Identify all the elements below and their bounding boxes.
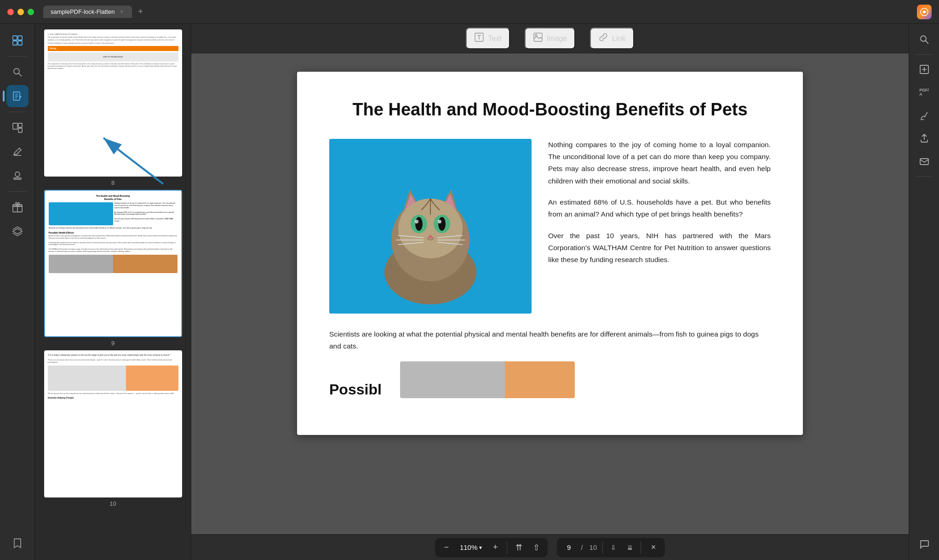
right-chat-button[interactable]	[914, 534, 934, 554]
sidebar-item-bookmark[interactable]	[6, 532, 29, 554]
svg-rect-2	[18, 36, 22, 40]
zoom-decrease-button[interactable]: −	[439, 540, 454, 555]
zoom-fit-width-button[interactable]: ⇧	[528, 540, 544, 555]
sidebar-item-thumbnails[interactable]	[6, 29, 29, 51]
right-divider-2	[916, 176, 933, 177]
link-tool-button[interactable]: Link	[590, 28, 634, 49]
zoom-separator	[507, 541, 507, 554]
thumbnail-page-10[interactable]: "If it is today's desperate solution to …	[44, 350, 182, 497]
svg-point-40	[438, 220, 441, 223]
pdf-page-content: The Health and Mood-Boosting Benefits of…	[297, 72, 803, 435]
page-navigation: / 10 ⇩ ⇊ ×	[557, 538, 665, 557]
svg-rect-13	[18, 128, 22, 132]
svg-point-5	[14, 69, 19, 74]
pdf-para1: Nothing compares to the joy of coming ho…	[548, 139, 771, 187]
thumb9-dual-cats-image	[49, 255, 177, 273]
thumb10-reindeer-image	[48, 366, 178, 391]
svg-point-49	[921, 36, 926, 41]
pdf-para3: Over the past 10 years, NIH has partnere…	[548, 230, 771, 266]
right-pdfa-button[interactable]: PDF/A	[914, 82, 934, 103]
thumb-number-8: 8	[111, 179, 115, 186]
zoom-control: − 110% ▾ + ⇈ ⇧	[435, 538, 548, 557]
page-sep-2	[641, 541, 641, 554]
page-sep	[602, 541, 603, 554]
thumb9-title: The Health and Mood-BoostingBenefits of …	[49, 194, 177, 200]
pdf-cat-image	[329, 139, 532, 314]
page-next-button[interactable]: ⇩	[606, 540, 621, 555]
zoom-fit-height-button[interactable]: ⇈	[511, 540, 527, 555]
add-tab-button[interactable]: +	[134, 6, 147, 18]
thumb-number-9: 9	[111, 340, 115, 347]
thumb10-animals-heading: Animals Helping People	[48, 396, 178, 400]
thumbnail-page-8[interactable]: 3. THE COMPOSITION OF POINTS The composi…	[44, 29, 182, 177]
image-tool-button[interactable]: Image	[525, 28, 575, 49]
thumbnail-page-9[interactable]: The Health and Mood-BoostingBenefits of …	[44, 190, 182, 337]
close-button[interactable]	[7, 9, 14, 15]
tab-bar: samplePDF-lock-Flatten × +	[43, 6, 917, 18]
sidebar-item-annotate[interactable]	[6, 141, 29, 163]
left-sidebar: Edit PDF ⌘2	[0, 24, 35, 560]
zoom-value-display[interactable]: 110% ▾	[456, 543, 486, 551]
zoom-increase-button[interactable]: +	[487, 540, 503, 555]
svg-rect-11	[13, 123, 17, 129]
main-content: Text Image	[191, 24, 909, 560]
right-search-button[interactable]	[914, 29, 934, 50]
svg-rect-12	[18, 123, 22, 127]
svg-point-37	[415, 217, 423, 231]
sidebar-item-organize[interactable]	[6, 117, 29, 139]
maximize-button[interactable]	[28, 9, 34, 15]
pdf-title: The Health and Mood-Boosting Benefits of…	[329, 99, 771, 120]
svg-rect-55	[920, 159, 928, 165]
tab-main[interactable]: samplePDF-lock-Flatten ×	[43, 6, 132, 18]
svg-rect-4	[18, 41, 22, 45]
text-tool-icon	[474, 32, 484, 45]
page-number-input[interactable]	[561, 543, 577, 551]
bottom-toolbar: − 110% ▾ + ⇈ ⇧ / 10 ⇩ ⇊ ×	[191, 534, 909, 560]
right-sign-button[interactable]	[914, 105, 934, 126]
svg-rect-3	[13, 41, 17, 45]
window-controls	[7, 9, 34, 15]
pdf-para2: An estimated 68% of U.S. households have…	[548, 196, 771, 221]
pdf-viewer[interactable]: The Health and Mood-Boosting Benefits of…	[191, 53, 909, 534]
pdf-bottom-image	[400, 361, 575, 398]
tab-close-button[interactable]: ×	[118, 9, 125, 15]
right-mail-button[interactable]	[914, 151, 934, 171]
svg-rect-1	[13, 36, 17, 40]
right-share-button[interactable]	[914, 128, 934, 149]
image-tool-label: Image	[547, 34, 567, 43]
close-zoom-button[interactable]: ×	[646, 540, 661, 555]
sidebar-divider-3	[8, 191, 27, 192]
thumb9-row: Nothing compares to the joy of coming ho…	[49, 202, 177, 225]
thumbnail-item-8: 3. THE COMPOSITION OF POINTS The composi…	[39, 29, 187, 186]
minimize-button[interactable]	[17, 9, 24, 15]
top-toolbar: Text Image	[191, 24, 909, 53]
sidebar-item-gift[interactable]	[6, 196, 29, 218]
sidebar-item-edit-pdf[interactable]: Edit PDF ⌘2	[6, 85, 29, 107]
sidebar-item-search[interactable]	[6, 61, 29, 83]
app-icon	[917, 5, 932, 19]
sidebar-item-stamp[interactable]	[6, 165, 29, 187]
thumbnail-item-9: The Health and Mood-BoostingBenefits of …	[39, 190, 187, 347]
page-separator: /	[578, 543, 585, 551]
thumb10-inner: "If it is today's desperate solution to …	[45, 351, 181, 404]
app-body: Edit PDF ⌘2	[0, 24, 939, 560]
pdf-text-block: Nothing compares to the joy of coming ho…	[548, 139, 771, 314]
pdf-bottom-text: Scientists are looking at what the poten…	[329, 328, 771, 353]
text-tool-button[interactable]: Text	[466, 28, 510, 49]
thumb-number-10: 10	[109, 500, 116, 507]
pdfa-label: PDF/A	[919, 88, 929, 97]
svg-rect-16	[14, 178, 21, 179]
thumbnail-item-10: "If it is today's desperate solution to …	[39, 350, 187, 507]
right-divider-1	[916, 54, 933, 55]
active-indicator	[3, 91, 5, 102]
tab-title: samplePDF-lock-Flatten	[51, 8, 115, 15]
cat-illustration-svg	[329, 139, 532, 314]
page-last-button[interactable]: ⇊	[622, 540, 638, 555]
right-scan-button[interactable]	[914, 59, 934, 80]
thumb9-text: Nothing compares to the joy of coming ho…	[115, 202, 177, 225]
svg-line-50	[925, 41, 928, 44]
pdf-content-row: Nothing compares to the joy of coming ho…	[329, 139, 771, 314]
sidebar-item-layers[interactable]	[6, 220, 29, 242]
sidebar-divider-1	[8, 56, 27, 57]
thumb9-bottom-text: Scientists are looking at what the poten…	[49, 227, 177, 229]
